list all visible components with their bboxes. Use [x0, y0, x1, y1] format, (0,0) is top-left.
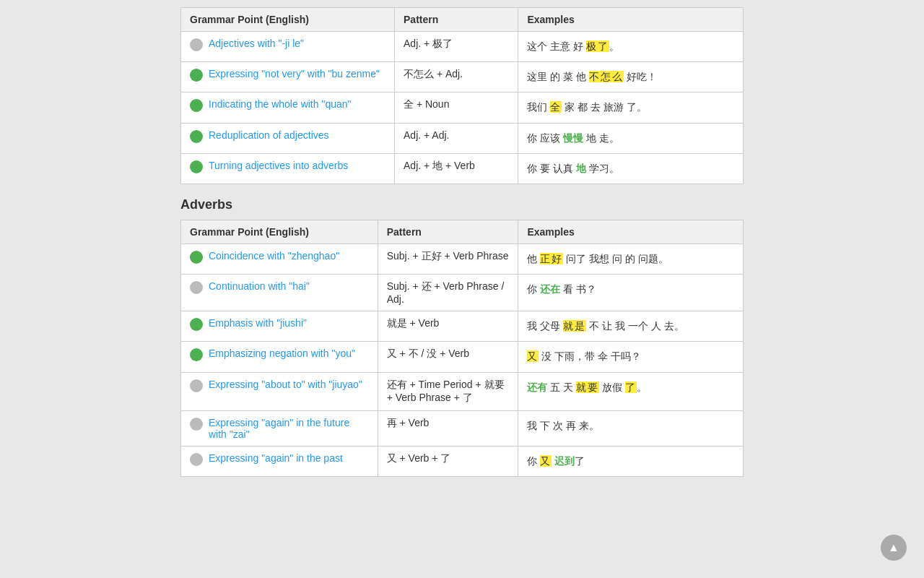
header-grammar-1: Grammar Point (English)	[181, 8, 395, 32]
grammar-cell: Expressing "not very" with "bu zenme"	[181, 62, 395, 92]
example-cell: 我 父母 就是 不 让 我 一个 人 去。	[518, 311, 744, 342]
status-dot	[190, 281, 203, 294]
example-cell: 他 正好 问了 我想 问 的 问题。	[518, 243, 744, 274]
grammar-link[interactable]: Emphasis with "jiushi"	[209, 317, 307, 329]
status-dot	[190, 69, 203, 82]
status-dot	[190, 418, 203, 431]
header-examples-1: Examples	[518, 8, 744, 32]
status-dot	[190, 38, 203, 51]
status-dot	[190, 453, 203, 466]
table-row: Reduplication of adjectives Adj. + Adj.你…	[181, 123, 744, 153]
grammar-link[interactable]: Coincidence with "zhenghao"	[209, 250, 339, 262]
table-row: Emphasizing negation with "you" 又 + 不 / …	[181, 342, 744, 372]
pattern-cell: 又 + 不 / 没 + Verb	[378, 342, 518, 372]
status-dot	[190, 130, 203, 143]
grammar-cell: Turning adjectives into adverbs	[181, 153, 395, 184]
grammar-link[interactable]: Adjectives with "-ji le"	[209, 38, 304, 49]
example-cell: 这里 的 菜 他 不怎么 好吃！	[518, 62, 744, 92]
adjectives-table: Grammar Point (English) Pattern Examples…	[180, 7, 744, 184]
header-pattern-1: Pattern	[395, 8, 518, 32]
grammar-link[interactable]: Expressing "again" in the past	[209, 452, 343, 464]
table-row: Turning adjectives into adverbs Adj. + 地…	[181, 153, 744, 184]
status-dot	[190, 160, 203, 173]
grammar-cell: Emphasizing negation with "you"	[181, 342, 378, 372]
scroll-icon: ▲	[888, 541, 899, 554]
pattern-cell: 全 + Noun	[395, 92, 518, 123]
header-grammar-2: Grammar Point (English)	[181, 220, 378, 243]
pattern-cell: 还有 + Time Period + 就要 + Verb Phrase + 了	[378, 372, 518, 410]
table-row: Expressing "again" in the past 又 + Verb …	[181, 446, 744, 476]
example-cell: 我们 全 家 都 去 旅游 了。	[518, 92, 744, 123]
page-container: Grammar Point (English) Pattern Examples…	[0, 0, 924, 578]
table-row: Expressing "again" in the future with "z…	[181, 410, 744, 446]
example-cell: 你 要 认真 地 学习。	[518, 153, 744, 184]
pattern-cell: Adj. + 极了	[395, 32, 518, 62]
pattern-cell: Subj. + 还 + Verb Phrase / Adj.	[378, 275, 518, 311]
grammar-link[interactable]: Emphasizing negation with "you"	[209, 348, 355, 359]
grammar-cell: Reduplication of adjectives	[181, 123, 395, 153]
grammar-cell: Continuation with "hai"	[181, 275, 378, 311]
status-dot	[190, 251, 203, 264]
pattern-cell: 不怎么 + Adj.	[395, 62, 518, 92]
grammar-cell: Expressing "again" in the future with "z…	[181, 410, 378, 446]
table-row: Coincidence with "zhenghao" Subj. + 正好 +…	[181, 243, 744, 274]
grammar-link[interactable]: Continuation with "hai"	[209, 280, 310, 292]
table-row: Continuation with "hai" Subj. + 还 + Verb…	[181, 275, 744, 311]
pattern-cell: 再 + Verb	[378, 410, 518, 446]
example-cell: 我 下 次 再 来。	[518, 410, 744, 446]
grammar-cell: Coincidence with "zhenghao"	[181, 243, 378, 274]
example-cell: 又 没 下雨，带 伞 干吗？	[518, 342, 744, 372]
example-cell: 你 还在 看 书？	[518, 275, 744, 311]
grammar-cell: Indicating the whole with "quan"	[181, 92, 395, 123]
grammar-link[interactable]: Expressing "not very" with "bu zenme"	[209, 68, 380, 79]
table-row: Expressing "not very" with "bu zenme" 不怎…	[181, 62, 744, 92]
pattern-cell: Adj. + Adj.	[395, 123, 518, 153]
grammar-link[interactable]: Turning adjectives into adverbs	[209, 160, 348, 171]
adverbs-table: Grammar Point (English) Pattern Examples…	[180, 220, 744, 477]
example-cell: 这个 主意 好 极了。	[518, 32, 744, 62]
content-area: Grammar Point (English) Pattern Examples…	[166, 7, 758, 477]
pattern-cell: 又 + Verb + 了	[378, 446, 518, 476]
pattern-cell: Adj. + 地 + Verb	[395, 153, 518, 184]
status-dot	[190, 348, 203, 361]
example-cell: 还有 五 天 就要 放假 了。	[518, 372, 744, 410]
grammar-link[interactable]: Expressing "again" in the future with "z…	[209, 417, 369, 440]
status-dot	[190, 318, 203, 331]
status-dot	[190, 379, 203, 392]
header-pattern-2: Pattern	[378, 220, 518, 243]
adverbs-heading: Adverbs	[180, 197, 744, 212]
pattern-cell: Subj. + 正好 + Verb Phrase	[378, 243, 518, 274]
table-row: Adjectives with "-ji le" Adj. + 极了这个 主意 …	[181, 32, 744, 62]
grammar-cell: Emphasis with "jiushi"	[181, 311, 378, 342]
grammar-cell: Expressing "again" in the past	[181, 446, 378, 476]
scroll-to-top-button[interactable]: ▲	[881, 535, 907, 561]
header-examples-2: Examples	[518, 220, 744, 243]
grammar-link[interactable]: Expressing "about to" with "jiuyao"	[209, 379, 362, 390]
table-row: Expressing "about to" with "jiuyao" 还有 +…	[181, 372, 744, 410]
example-cell: 你 应该 慢慢 地 走。	[518, 123, 744, 153]
status-dot	[190, 99, 203, 112]
example-cell: 你 又 迟到了	[518, 446, 744, 476]
table-row: Emphasis with "jiushi" 就是 + Verb我 父母 就是 …	[181, 311, 744, 342]
grammar-link[interactable]: Reduplication of adjectives	[209, 129, 329, 141]
grammar-cell: Adjectives with "-ji le"	[181, 32, 395, 62]
table-row: Indicating the whole with "quan" 全 + Nou…	[181, 92, 744, 123]
grammar-cell: Expressing "about to" with "jiuyao"	[181, 372, 378, 410]
pattern-cell: 就是 + Verb	[378, 311, 518, 342]
grammar-link[interactable]: Indicating the whole with "quan"	[209, 98, 352, 110]
